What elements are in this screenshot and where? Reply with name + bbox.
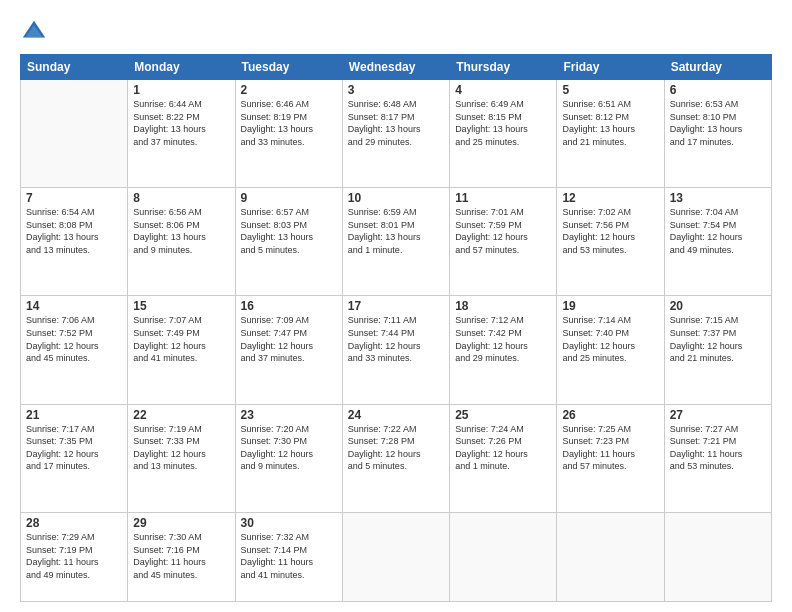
day-number: 14 <box>26 299 122 313</box>
table-row <box>21 80 128 188</box>
day-info: Sunrise: 6:46 AM Sunset: 8:19 PM Dayligh… <box>241 98 337 148</box>
table-row: 17Sunrise: 7:11 AM Sunset: 7:44 PM Dayli… <box>342 296 449 404</box>
day-number: 29 <box>133 516 229 530</box>
col-saturday: Saturday <box>664 55 771 80</box>
col-monday: Monday <box>128 55 235 80</box>
day-info: Sunrise: 7:15 AM Sunset: 7:37 PM Dayligh… <box>670 314 766 364</box>
day-number: 8 <box>133 191 229 205</box>
day-number: 24 <box>348 408 444 422</box>
table-row: 26Sunrise: 7:25 AM Sunset: 7:23 PM Dayli… <box>557 404 664 512</box>
day-info: Sunrise: 7:22 AM Sunset: 7:28 PM Dayligh… <box>348 423 444 473</box>
day-info: Sunrise: 7:32 AM Sunset: 7:14 PM Dayligh… <box>241 531 337 581</box>
day-info: Sunrise: 7:07 AM Sunset: 7:49 PM Dayligh… <box>133 314 229 364</box>
day-number: 3 <box>348 83 444 97</box>
table-row: 21Sunrise: 7:17 AM Sunset: 7:35 PM Dayli… <box>21 404 128 512</box>
day-info: Sunrise: 7:24 AM Sunset: 7:26 PM Dayligh… <box>455 423 551 473</box>
day-number: 22 <box>133 408 229 422</box>
table-row: 5Sunrise: 6:51 AM Sunset: 8:12 PM Daylig… <box>557 80 664 188</box>
day-number: 11 <box>455 191 551 205</box>
table-row: 8Sunrise: 6:56 AM Sunset: 8:06 PM Daylig… <box>128 188 235 296</box>
calendar-week-row: 21Sunrise: 7:17 AM Sunset: 7:35 PM Dayli… <box>21 404 772 512</box>
day-number: 25 <box>455 408 551 422</box>
day-info: Sunrise: 7:30 AM Sunset: 7:16 PM Dayligh… <box>133 531 229 581</box>
logo-icon <box>20 18 48 46</box>
day-number: 17 <box>348 299 444 313</box>
day-number: 21 <box>26 408 122 422</box>
day-info: Sunrise: 7:02 AM Sunset: 7:56 PM Dayligh… <box>562 206 658 256</box>
table-row: 6Sunrise: 6:53 AM Sunset: 8:10 PM Daylig… <box>664 80 771 188</box>
day-number: 26 <box>562 408 658 422</box>
table-row: 18Sunrise: 7:12 AM Sunset: 7:42 PM Dayli… <box>450 296 557 404</box>
table-row: 2Sunrise: 6:46 AM Sunset: 8:19 PM Daylig… <box>235 80 342 188</box>
day-number: 9 <box>241 191 337 205</box>
day-number: 5 <box>562 83 658 97</box>
table-row: 1Sunrise: 6:44 AM Sunset: 8:22 PM Daylig… <box>128 80 235 188</box>
col-friday: Friday <box>557 55 664 80</box>
table-row: 22Sunrise: 7:19 AM Sunset: 7:33 PM Dayli… <box>128 404 235 512</box>
day-info: Sunrise: 7:01 AM Sunset: 7:59 PM Dayligh… <box>455 206 551 256</box>
day-number: 1 <box>133 83 229 97</box>
table-row <box>450 512 557 601</box>
day-number: 23 <box>241 408 337 422</box>
day-number: 4 <box>455 83 551 97</box>
table-row: 27Sunrise: 7:27 AM Sunset: 7:21 PM Dayli… <box>664 404 771 512</box>
day-info: Sunrise: 6:53 AM Sunset: 8:10 PM Dayligh… <box>670 98 766 148</box>
table-row: 13Sunrise: 7:04 AM Sunset: 7:54 PM Dayli… <box>664 188 771 296</box>
day-info: Sunrise: 6:59 AM Sunset: 8:01 PM Dayligh… <box>348 206 444 256</box>
col-sunday: Sunday <box>21 55 128 80</box>
calendar-table: Sunday Monday Tuesday Wednesday Thursday… <box>20 54 772 602</box>
day-info: Sunrise: 7:20 AM Sunset: 7:30 PM Dayligh… <box>241 423 337 473</box>
day-info: Sunrise: 7:09 AM Sunset: 7:47 PM Dayligh… <box>241 314 337 364</box>
day-info: Sunrise: 6:56 AM Sunset: 8:06 PM Dayligh… <box>133 206 229 256</box>
table-row: 12Sunrise: 7:02 AM Sunset: 7:56 PM Dayli… <box>557 188 664 296</box>
day-number: 6 <box>670 83 766 97</box>
page-header <box>20 18 772 46</box>
table-row: 11Sunrise: 7:01 AM Sunset: 7:59 PM Dayli… <box>450 188 557 296</box>
table-row: 28Sunrise: 7:29 AM Sunset: 7:19 PM Dayli… <box>21 512 128 601</box>
table-row: 20Sunrise: 7:15 AM Sunset: 7:37 PM Dayli… <box>664 296 771 404</box>
table-row: 25Sunrise: 7:24 AM Sunset: 7:26 PM Dayli… <box>450 404 557 512</box>
day-number: 10 <box>348 191 444 205</box>
day-info: Sunrise: 6:51 AM Sunset: 8:12 PM Dayligh… <box>562 98 658 148</box>
day-info: Sunrise: 6:57 AM Sunset: 8:03 PM Dayligh… <box>241 206 337 256</box>
day-number: 28 <box>26 516 122 530</box>
calendar-week-row: 28Sunrise: 7:29 AM Sunset: 7:19 PM Dayli… <box>21 512 772 601</box>
day-number: 12 <box>562 191 658 205</box>
day-number: 20 <box>670 299 766 313</box>
table-row: 9Sunrise: 6:57 AM Sunset: 8:03 PM Daylig… <box>235 188 342 296</box>
day-number: 18 <box>455 299 551 313</box>
table-row: 24Sunrise: 7:22 AM Sunset: 7:28 PM Dayli… <box>342 404 449 512</box>
table-row: 10Sunrise: 6:59 AM Sunset: 8:01 PM Dayli… <box>342 188 449 296</box>
day-number: 2 <box>241 83 337 97</box>
day-info: Sunrise: 7:29 AM Sunset: 7:19 PM Dayligh… <box>26 531 122 581</box>
day-info: Sunrise: 7:14 AM Sunset: 7:40 PM Dayligh… <box>562 314 658 364</box>
table-row: 3Sunrise: 6:48 AM Sunset: 8:17 PM Daylig… <box>342 80 449 188</box>
calendar-header-row: Sunday Monday Tuesday Wednesday Thursday… <box>21 55 772 80</box>
day-info: Sunrise: 7:11 AM Sunset: 7:44 PM Dayligh… <box>348 314 444 364</box>
table-row: 30Sunrise: 7:32 AM Sunset: 7:14 PM Dayli… <box>235 512 342 601</box>
day-info: Sunrise: 7:27 AM Sunset: 7:21 PM Dayligh… <box>670 423 766 473</box>
day-info: Sunrise: 6:48 AM Sunset: 8:17 PM Dayligh… <box>348 98 444 148</box>
col-thursday: Thursday <box>450 55 557 80</box>
day-info: Sunrise: 6:54 AM Sunset: 8:08 PM Dayligh… <box>26 206 122 256</box>
day-info: Sunrise: 6:44 AM Sunset: 8:22 PM Dayligh… <box>133 98 229 148</box>
table-row: 16Sunrise: 7:09 AM Sunset: 7:47 PM Dayli… <box>235 296 342 404</box>
table-row <box>342 512 449 601</box>
logo <box>20 18 52 46</box>
day-info: Sunrise: 7:19 AM Sunset: 7:33 PM Dayligh… <box>133 423 229 473</box>
day-number: 13 <box>670 191 766 205</box>
day-info: Sunrise: 7:17 AM Sunset: 7:35 PM Dayligh… <box>26 423 122 473</box>
day-number: 19 <box>562 299 658 313</box>
table-row <box>557 512 664 601</box>
day-info: Sunrise: 6:49 AM Sunset: 8:15 PM Dayligh… <box>455 98 551 148</box>
col-tuesday: Tuesday <box>235 55 342 80</box>
col-wednesday: Wednesday <box>342 55 449 80</box>
day-info: Sunrise: 7:06 AM Sunset: 7:52 PM Dayligh… <box>26 314 122 364</box>
day-info: Sunrise: 7:12 AM Sunset: 7:42 PM Dayligh… <box>455 314 551 364</box>
calendar-week-row: 14Sunrise: 7:06 AM Sunset: 7:52 PM Dayli… <box>21 296 772 404</box>
day-number: 16 <box>241 299 337 313</box>
day-info: Sunrise: 7:04 AM Sunset: 7:54 PM Dayligh… <box>670 206 766 256</box>
table-row: 19Sunrise: 7:14 AM Sunset: 7:40 PM Dayli… <box>557 296 664 404</box>
table-row: 23Sunrise: 7:20 AM Sunset: 7:30 PM Dayli… <box>235 404 342 512</box>
day-number: 7 <box>26 191 122 205</box>
